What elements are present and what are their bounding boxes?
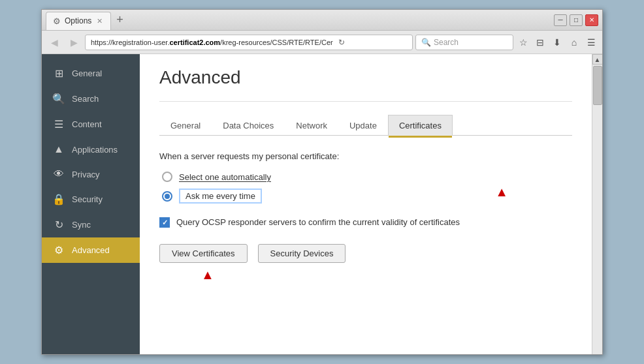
sidebar-label-security: Security bbox=[72, 194, 103, 204]
tab-data-choices[interactable]: Data Choices bbox=[212, 115, 285, 136]
radio-ask[interactable]: Ask me every time bbox=[162, 189, 572, 204]
tabs-bar: General Data Choices Network Update Cert… bbox=[159, 115, 572, 136]
tab-update[interactable]: Update bbox=[338, 115, 388, 136]
sidebar-label-content: Content bbox=[72, 119, 102, 129]
refresh-button[interactable]: ↻ bbox=[336, 38, 347, 47]
advanced-icon: ⚙ bbox=[52, 244, 65, 256]
sidebar-item-search[interactable]: 🔍 Search bbox=[42, 86, 140, 112]
tab-title: Options bbox=[65, 16, 91, 25]
bookmark-list-icon[interactable]: ⊟ bbox=[533, 35, 547, 50]
sidebar-label-advanced: Advanced bbox=[72, 245, 110, 255]
browser-tab[interactable]: ⚙ Options ✕ bbox=[46, 12, 111, 30]
arrow-to-view-certs: ▲ bbox=[201, 267, 214, 282]
sync-icon: ↻ bbox=[52, 219, 65, 231]
url-path: /kreg-resources/CSS/RTE/RTE/Cer bbox=[220, 38, 333, 46]
search-bar[interactable]: 🔍 Search bbox=[415, 35, 513, 50]
page-title: Advanced bbox=[159, 67, 572, 88]
scrollbar-track: ▲ bbox=[592, 54, 602, 354]
arrow-to-certificates-tab: ▲ bbox=[495, 185, 508, 200]
title-separator bbox=[159, 101, 572, 102]
tab-certificates[interactable]: Certificates bbox=[388, 115, 453, 136]
buttons-section: View Certificates Security Devices ▲ bbox=[159, 244, 572, 263]
radio-auto[interactable]: Select one automatically bbox=[162, 172, 572, 182]
privacy-icon: 👁 bbox=[52, 168, 65, 180]
sidebar-label-search: Search bbox=[72, 94, 99, 104]
sidebar-item-general[interactable]: ⊞ General bbox=[42, 61, 140, 86]
content-area: ➤ Advanced General Data Choices Network … bbox=[140, 54, 592, 354]
scrollbar-thumb[interactable] bbox=[593, 66, 602, 105]
sidebar-label-general: General bbox=[72, 68, 102, 78]
radio-label-auto: Select one automatically bbox=[179, 172, 271, 182]
security-icon: 🔒 bbox=[52, 193, 65, 205]
tab-active-indicator bbox=[389, 136, 452, 138]
browser-window: ⚙ Options ✕ + ─ □ ✕ ◀ ▶ https://kregistr… bbox=[41, 9, 603, 355]
security-devices-button[interactable]: Security Devices bbox=[258, 244, 346, 263]
button-row: View Certificates Security Devices bbox=[159, 244, 572, 263]
title-bar: ⚙ Options ✕ + ─ □ ✕ bbox=[42, 10, 602, 31]
url-plain: https://kregistration-user. bbox=[91, 38, 169, 46]
content-icon: ☰ bbox=[52, 118, 65, 130]
ocsp-label: Query OCSP responder servers to confirm … bbox=[176, 217, 460, 228]
url-domain: certificat2.com bbox=[169, 38, 220, 46]
checkmark-icon: ✓ bbox=[162, 219, 168, 227]
sidebar-item-sync[interactable]: ↻ Sync bbox=[42, 212, 140, 237]
main-area: ⊞ General 🔍 Search ☰ Content ▲ Applicati… bbox=[42, 54, 602, 354]
general-icon: ⊞ bbox=[52, 67, 65, 80]
radio-group: Select one automatically Ask me every ti… bbox=[159, 172, 572, 204]
sidebar-label-applications: Applications bbox=[72, 145, 118, 155]
radio-dot-ask bbox=[165, 194, 170, 199]
search-icon: 🔍 bbox=[421, 38, 431, 47]
sidebar-item-advanced[interactable]: ⚙ Advanced bbox=[42, 237, 140, 263]
sidebar-label-privacy: Privacy bbox=[72, 170, 100, 179]
address-bar[interactable]: https://kregistration-user.certificat2.c… bbox=[85, 35, 413, 50]
tab-general[interactable]: General bbox=[159, 115, 212, 136]
sidebar: ⊞ General 🔍 Search ☰ Content ▲ Applicati… bbox=[42, 54, 140, 354]
sidebar-item-applications[interactable]: ▲ Applications bbox=[42, 137, 140, 162]
download-icon[interactable]: ⬇ bbox=[550, 35, 564, 50]
radio-label-ask: Ask me every time bbox=[179, 189, 262, 204]
sidebar-item-privacy[interactable]: 👁 Privacy bbox=[42, 162, 140, 187]
gear-icon: ⚙ bbox=[53, 16, 61, 26]
forward-button[interactable]: ▶ bbox=[65, 34, 82, 51]
radio-circle-auto bbox=[162, 172, 172, 182]
sidebar-item-content[interactable]: ☰ Content bbox=[42, 112, 140, 137]
window-controls: ─ □ ✕ bbox=[554, 14, 598, 26]
ocsp-checkbox-item[interactable]: ✓ Query OCSP responder servers to confir… bbox=[159, 217, 572, 228]
bookmark-star-icon[interactable]: ☆ bbox=[516, 35, 530, 50]
back-button[interactable]: ◀ bbox=[46, 34, 63, 51]
scroll-up-button[interactable]: ▲ bbox=[592, 54, 603, 65]
menu-icon[interactable]: ☰ bbox=[584, 35, 598, 50]
nav-bar: ◀ ▶ https://kregistration-user.certifica… bbox=[42, 31, 602, 54]
home-icon[interactable]: ⌂ bbox=[567, 35, 581, 50]
radio-circle-ask bbox=[162, 191, 172, 202]
close-button[interactable]: ✕ bbox=[585, 14, 598, 26]
ocsp-checkbox[interactable]: ✓ bbox=[159, 217, 170, 228]
applications-icon: ▲ bbox=[52, 144, 65, 155]
sidebar-item-security[interactable]: 🔒 Security bbox=[42, 187, 140, 212]
maximize-button[interactable]: □ bbox=[570, 14, 583, 26]
view-certificates-button[interactable]: View Certificates bbox=[159, 244, 248, 263]
new-tab-button[interactable]: + bbox=[114, 13, 126, 27]
search-placeholder: Search bbox=[434, 38, 459, 47]
sidebar-label-sync: Sync bbox=[72, 220, 91, 230]
tab-close-button[interactable]: ✕ bbox=[95, 17, 104, 25]
cert-description: When a server requests my personal certi… bbox=[159, 151, 572, 161]
minimize-button[interactable]: ─ bbox=[554, 14, 567, 26]
search-icon: 🔍 bbox=[52, 93, 65, 105]
nav-icons: ☆ ⊟ ⬇ ⌂ ☰ bbox=[516, 35, 598, 50]
url-display: https://kregistration-user.certificat2.c… bbox=[91, 38, 333, 46]
tab-network[interactable]: Network bbox=[285, 115, 338, 136]
